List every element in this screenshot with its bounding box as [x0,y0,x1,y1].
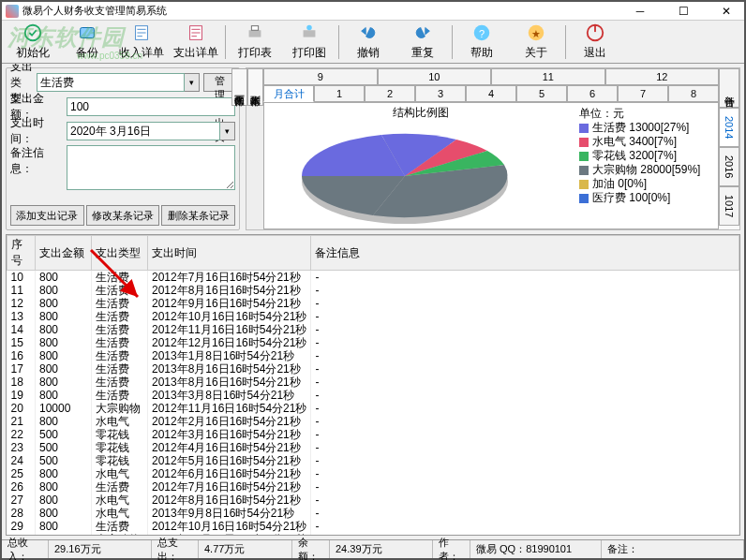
backup-button[interactable]: 备份 [60,22,114,62]
table-row[interactable]: 14800生活费2012年11月16日16时54分21秒- [7,323,739,336]
month-tab[interactable]: 11 [491,68,605,85]
undo-button[interactable]: 撤销 [341,22,395,62]
month-tab[interactable]: 5 [516,85,567,102]
month-tab[interactable]: 8 [668,85,719,102]
status-income-value: 29.16万元 [49,540,152,558]
month-tab[interactable]: 9 [263,68,378,85]
month-tab[interactable]: 月合计 [263,85,314,102]
maximize-button[interactable]: ☐ [669,3,697,20]
toolbar: 河东软件园 www.pc0359.cn 初始化 备份 收入详单 支出详单 打印表… [2,21,744,64]
income-detail-button[interactable]: 收入详单 [114,22,169,62]
table-row[interactable]: 11800生活费2012年8月16日16时54分21秒- [7,284,739,297]
window-title: 微易个人财务收支管理简易系统 [22,4,626,18]
app-window: 微易个人财务收支管理简易系统 ─ ☐ ✕ 河东软件园 www.pc0359.cn… [0,0,746,560]
year-tab[interactable]: 2014 [719,108,739,147]
month-tab[interactable]: 2 [365,85,415,102]
minimize-button[interactable]: ─ [626,3,654,20]
exit-button[interactable]: 退出 [568,22,622,62]
expense-detail-button[interactable]: 支出详单 [169,22,223,62]
table-row[interactable]: 28800水电气2013年9月8日16时54分21秒- [7,507,739,520]
month-tab[interactable]: 3 [415,85,466,102]
table-row[interactable]: 2010000大宗购物2012年11月16日16时54分21秒- [7,402,739,415]
print-table-button[interactable]: 打印表 [228,22,282,62]
month-tab[interactable]: 10 [378,68,492,85]
time-label: 支出时间： [10,115,63,147]
time-dropdown-icon[interactable]: ▾ [220,122,235,140]
time-input[interactable] [67,122,220,140]
help-button[interactable]: ?帮助 [455,22,509,62]
table-row[interactable]: 26800生活费2012年7月16日16时54分21秒- [7,480,739,494]
type-input[interactable] [37,73,185,92]
svg-rect-5 [251,26,258,31]
month-tab[interactable]: 12 [605,68,720,85]
pie-chart: 结构比例图 [264,103,577,228]
year-tab[interactable]: 2016 [719,147,739,186]
table-row[interactable]: 27800水电气2012年8月16日16时54分21秒- [7,494,739,507]
table-row[interactable]: 22500零花钱2012年3月16日16时54分21秒- [7,428,739,441]
svg-point-7 [306,25,312,31]
year-tab[interactable]: 1017 [719,186,739,226]
table-row[interactable]: 16800生活费2013年1月8日16时54分21秒- [7,349,739,362]
legend-unit: 单位：元 [579,107,716,121]
records-table[interactable]: 序号支出金额支出类型支出时间备注信息 10800生活费2012年7月16日16时… [6,234,740,536]
table-row[interactable]: 15800生活费2012年12月16日16时54分21秒- [7,336,739,349]
chart-legend: 单位：元 生活费 13000[27%]水电气 3400[7%]零花钱 3200[… [577,103,718,228]
table-row[interactable]: 305000大宗购物2012年11月16日16时54分21秒- [7,533,739,536]
manage-types-button[interactable]: 管理支出类型 [203,73,235,92]
edit-record-button[interactable]: 修改某条记录 [86,205,160,226]
svg-point-0 [25,25,41,41]
table-row[interactable]: 13800生活费2012年10月16日16时54分21秒- [7,310,739,323]
status-author-label: 作者： [433,540,470,558]
legend-item: 水电气 3400[7%] [579,135,716,149]
col-header[interactable]: 支出时间 [148,236,311,271]
month-tab[interactable]: 7 [618,85,668,102]
close-button[interactable]: ✕ [712,3,740,20]
month-tab[interactable]: 6 [567,85,618,102]
table-row[interactable]: 18800生活费2013年8月16日16时54分21秒- [7,376,739,389]
table-row[interactable]: 19800生活费2013年3月8日16时54分21秒- [7,389,739,402]
status-balance-label: 余额： [292,540,330,558]
table-row[interactable]: 10800生活费2012年7月16日16时54分21秒- [7,271,739,285]
add-record-button[interactable]: 添加支出记录 [10,205,84,226]
about-button[interactable]: ★关于 [509,22,563,62]
vtab-ledger-copy[interactable]: 帐薄副本 [247,68,263,106]
expense-form: 支出类型： ▾ 管理支出类型 支出金额： 支出时间： ▾ [6,67,240,230]
vtab-ledger-view[interactable]: 帐薄画面 [231,68,247,106]
col-header[interactable]: 序号 [7,236,36,271]
status-income-label: 总收入： [2,540,49,558]
type-dropdown-icon[interactable]: ▾ [185,73,200,92]
redo-button[interactable]: 重复 [395,22,450,62]
status-expense-value: 4.77万元 [199,540,292,558]
table-row[interactable]: 21800水电气2012年2月16日16时54分21秒- [7,415,739,428]
svg-rect-1 [81,28,95,38]
init-button[interactable]: 初始化 [6,22,60,62]
svg-text:?: ? [479,28,485,39]
month-tab[interactable]: 4 [466,85,516,102]
legend-item: 加油 0[0%] [579,177,716,191]
year-tabs: 年合计201420161017 [719,68,739,229]
col-header[interactable]: 支出金额 [36,236,92,271]
col-header[interactable]: 支出类型 [92,236,148,271]
main-area: 支出类型： ▾ 管理支出类型 支出金额： 支出时间： ▾ [2,64,744,539]
memo-label: 备注信息： [10,145,63,177]
amount-input[interactable] [67,97,235,116]
table-row[interactable]: 29800生活费2012年10月16日16时54分21秒- [7,520,739,533]
titlebar: 微易个人财务收支管理简易系统 ─ ☐ ✕ [2,2,744,21]
legend-item: 零花钱 3200[7%] [579,149,716,163]
delete-record-button[interactable]: 删除某条记录 [161,205,235,226]
col-header[interactable]: 备注信息 [311,236,739,271]
table-row[interactable]: 24500零花钱2012年5月16日16时54分21秒- [7,454,739,467]
memo-input[interactable] [67,145,235,190]
year-tab[interactable]: 年合计 [719,68,739,108]
print-chart-button[interactable]: 打印图 [282,22,336,62]
month-tab[interactable]: 1 [314,85,365,102]
table-row[interactable]: 17800生活费2013年8月16日16时54分21秒- [7,362,739,376]
svg-rect-4 [249,30,261,37]
legend-item: 大宗购物 28000[59%] [579,163,716,177]
month-tabs-row2: 月合计12345678 [263,85,719,102]
table-row[interactable]: 25800水电气2012年6月16日16时54分21秒- [7,467,739,480]
table-row[interactable]: 12800生活费2012年9月16日16时54分21秒- [7,297,739,310]
table-row[interactable]: 23500零花钱2012年4月16日16时54分21秒- [7,441,739,454]
chart-left-vtabs: 帐薄副本 帐薄画面 [246,68,263,229]
statusbar: 总收入： 29.16万元 总支出： 4.77万元 余额： 24.39万元 作者：… [2,539,744,558]
